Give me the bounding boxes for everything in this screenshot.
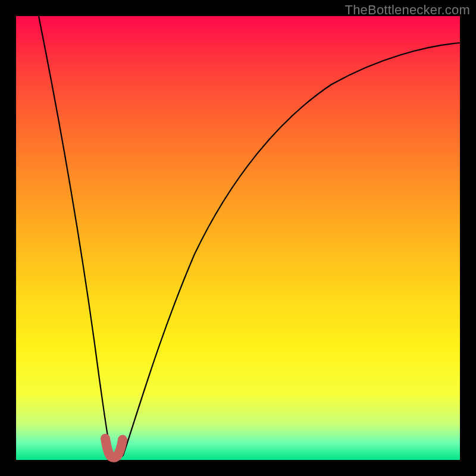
curve-path [39, 16, 460, 459]
watermark-text: TheBottlenecker.com [345, 2, 470, 18]
plot-area [16, 16, 460, 460]
minimum-marker [105, 439, 123, 458]
bottleneck-curve [16, 16, 460, 460]
chart-frame: TheBottlenecker.com [0, 0, 476, 476]
